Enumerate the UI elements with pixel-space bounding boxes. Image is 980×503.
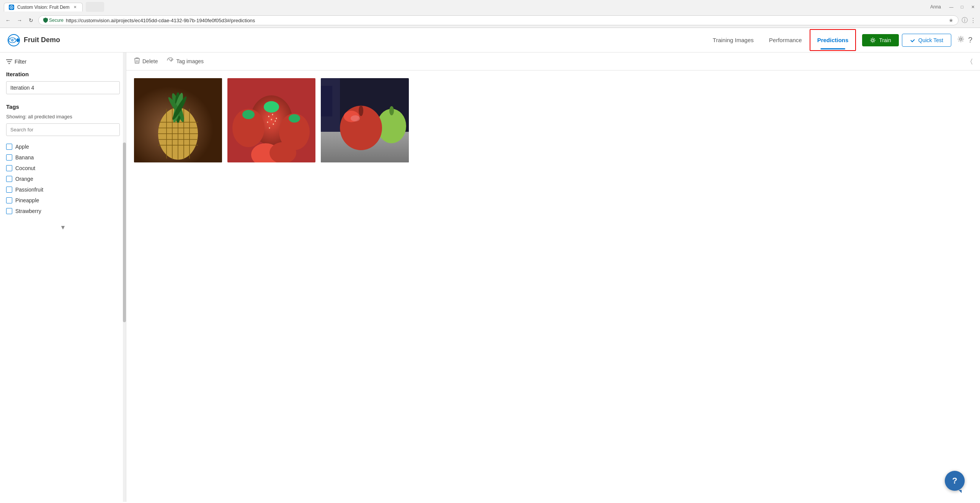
svg-point-45 [269, 127, 270, 129]
svg-line-5 [10, 38, 11, 39]
svg-point-1 [11, 7, 12, 8]
tag-apple[interactable]: Apple [6, 141, 120, 152]
image-card-apple[interactable] [321, 78, 409, 162]
image-card-strawberries[interactable] [227, 78, 315, 162]
svg-point-46 [275, 120, 276, 122]
svg-point-37 [289, 114, 300, 123]
tag-coconut[interactable]: Coconut [6, 163, 120, 174]
app-title: Fruit Demo [24, 36, 60, 44]
tag-pineapple-checkbox[interactable] [6, 197, 12, 203]
sidebar: Filter Iteration Iteration 4 Iteration 3… [0, 52, 126, 502]
tag-orange[interactable]: Orange [6, 174, 120, 184]
help-float-button[interactable]: ? [945, 471, 965, 491]
tag-apple-checkbox[interactable] [6, 144, 12, 150]
svg-point-8 [960, 38, 962, 40]
svg-point-55 [351, 115, 360, 121]
quick-test-button[interactable]: Quick Test [902, 34, 951, 47]
svg-point-43 [267, 121, 268, 123]
svg-point-54 [359, 105, 363, 116]
minimize-btn[interactable]: — [948, 3, 955, 10]
sidebar-collapse-btn[interactable]: 〈 [970, 58, 972, 65]
close-btn[interactable]: ✕ [969, 3, 976, 10]
showing-label: Showing: all predicted images [6, 114, 120, 120]
browser-chrome: Custom Vision: Fruit Dem ✕ Anna — □ ✕ ← … [0, 0, 980, 28]
app-header: Fruit Demo Training Images Performance P… [0, 28, 980, 52]
user-name: Anna [930, 4, 941, 10]
info-icon[interactable]: ⓘ [962, 16, 968, 25]
delete-button[interactable]: Delete [134, 57, 158, 66]
content-toolbar: Delete Tag images 〈 [126, 52, 980, 70]
tab-close-btn[interactable]: ✕ [72, 5, 78, 10]
checkmark-icon [910, 38, 915, 43]
menu-icon[interactable]: ⋮ [970, 17, 976, 24]
logo-eye-icon [8, 34, 20, 46]
app-logo [8, 34, 20, 46]
main-layout: Filter Iteration Iteration 4 Iteration 3… [0, 52, 980, 502]
svg-point-12 [171, 59, 172, 61]
svg-rect-57 [321, 86, 332, 116]
url-text: https://customvision.ai/projects/ec4105d… [66, 18, 946, 23]
header-actions: ? [957, 36, 972, 44]
svg-point-4 [12, 39, 13, 41]
iteration-section-title: Iteration [6, 71, 120, 77]
tag-icon [167, 57, 174, 65]
tag-search-input[interactable] [6, 123, 120, 136]
train-button[interactable]: Train [862, 34, 898, 46]
tags-section-title: Tags [6, 103, 120, 110]
bookmark-icon[interactable]: ★ [949, 17, 954, 23]
address-bar-row: ← → ↻ Secure https://customvision.ai/pro… [0, 14, 980, 28]
delete-icon [134, 57, 140, 66]
tags-section: Tags Showing: all predicted images Apple… [6, 103, 120, 216]
tag-passionfruit-checkbox[interactable] [6, 187, 12, 193]
forward-btn[interactable]: → [15, 16, 24, 25]
svg-point-35 [242, 110, 255, 119]
svg-point-41 [272, 114, 273, 115]
scroll-down-indicator: ▼ [6, 224, 120, 231]
header-nav: Training Images Performance Predictions [705, 29, 856, 51]
tab-training-images[interactable]: Training Images [705, 29, 761, 51]
iteration-dropdown[interactable]: Iteration 4 Iteration 3 Iteration 2 Iter… [6, 81, 120, 94]
tag-passionfruit[interactable]: Passionfruit [6, 184, 120, 195]
svg-point-47 [271, 119, 272, 120]
tag-banana-checkbox[interactable] [6, 154, 12, 161]
svg-point-44 [273, 123, 274, 125]
tag-images-button[interactable]: Tag images [167, 57, 204, 65]
tab-title: Custom Vision: Fruit Dem [17, 5, 69, 10]
tag-coconut-checkbox[interactable] [6, 165, 12, 171]
tag-strawberry[interactable]: Strawberry [6, 206, 120, 216]
image-grid [126, 70, 980, 502]
title-bar: Custom Vision: Fruit Dem ✕ Anna — □ ✕ [0, 0, 980, 14]
secure-badge: Secure [43, 18, 64, 23]
svg-point-7 [872, 39, 874, 41]
browser-tab[interactable]: Custom Vision: Fruit Dem ✕ [4, 3, 83, 11]
tag-pineapple[interactable]: Pineapple [6, 195, 120, 206]
address-bar[interactable]: Secure https://customvision.ai/projects/… [38, 15, 959, 25]
content-area: Delete Tag images 〈 [126, 52, 980, 502]
svg-line-6 [14, 38, 15, 39]
svg-point-42 [276, 118, 277, 119]
train-gear-icon [870, 37, 876, 43]
filter-button[interactable]: Filter [6, 59, 120, 65]
image-card-pineapple[interactable] [134, 78, 222, 162]
tag-strawberry-checkbox[interactable] [6, 208, 12, 214]
svg-point-40 [268, 116, 270, 117]
tab-favicon [9, 5, 14, 10]
settings-icon[interactable] [957, 36, 964, 44]
address-right-icons: ⓘ ⋮ [962, 16, 976, 25]
svg-point-33 [264, 101, 279, 113]
window-controls: Anna — □ ✕ [930, 3, 976, 10]
tab-performance[interactable]: Performance [761, 29, 810, 51]
restore-btn[interactable]: □ [959, 3, 965, 10]
scroll-thumb[interactable] [123, 143, 126, 322]
sidebar-scrollbar [123, 52, 126, 502]
filter-icon [6, 59, 12, 64]
refresh-btn[interactable]: ↻ [27, 16, 35, 25]
tag-orange-checkbox[interactable] [6, 176, 12, 182]
header-help-icon[interactable]: ? [968, 36, 972, 44]
back-btn[interactable]: ← [4, 16, 12, 25]
svg-point-51 [389, 106, 394, 115]
tag-banana[interactable]: Banana [6, 152, 120, 163]
tab-predictions[interactable]: Predictions [810, 29, 856, 51]
